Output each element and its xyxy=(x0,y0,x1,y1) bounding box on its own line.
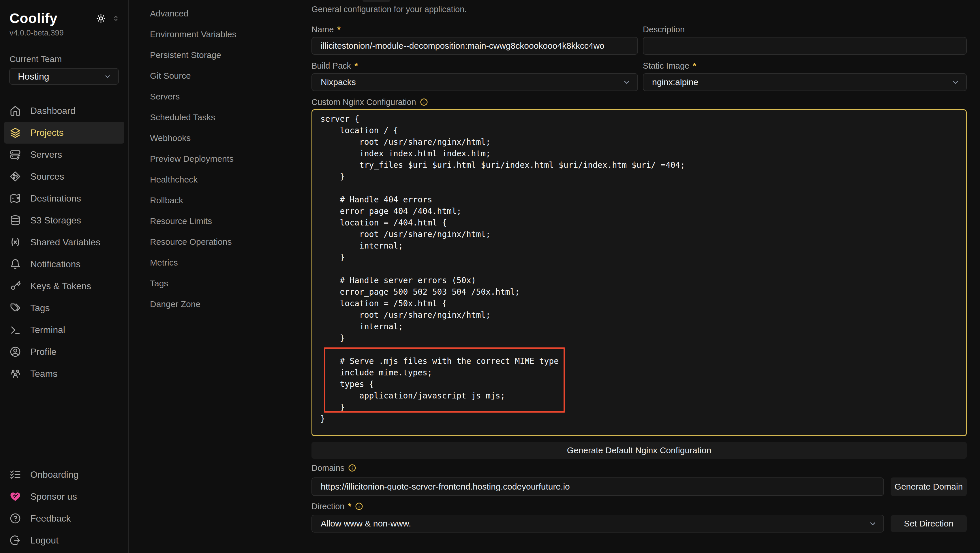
brand-row: Coolify xyxy=(4,0,124,26)
app-title: Coolify xyxy=(10,10,57,26)
key-icon xyxy=(10,280,21,292)
submenu-item[interactable]: Preview Deployments xyxy=(150,148,312,169)
sidebar-footer-nav: Onboarding Sponsor us Feedback Logout xyxy=(4,464,124,551)
sidebar-item-shared-variables[interactable]: Shared Variables xyxy=(4,231,124,253)
chevron-down-icon xyxy=(622,77,632,87)
domains-label: Domains xyxy=(312,463,967,473)
submenu-item[interactable]: Git Source xyxy=(150,65,312,86)
code-line: root /usr/share/nginx/html; xyxy=(320,137,960,148)
generate-domain-button[interactable]: Generate Domain xyxy=(891,477,967,496)
sidebar-item-destinations[interactable]: Destinations xyxy=(4,188,124,209)
sidebar-item-sponsor-us[interactable]: Sponsor us xyxy=(4,486,124,507)
heart-hands-icon xyxy=(10,491,21,502)
submenu-item[interactable]: Resource Limits xyxy=(150,211,312,232)
submenu-item[interactable]: Tags xyxy=(150,273,312,294)
app-version: v4.0.0-beta.399 xyxy=(10,29,124,38)
code-line: location / { xyxy=(320,125,960,137)
help-circle-icon xyxy=(10,513,21,524)
required-asterisk: * xyxy=(355,61,358,71)
sidebar-item-feedback[interactable]: Feedback xyxy=(4,507,124,529)
description-input[interactable] xyxy=(643,37,967,55)
team-select[interactable]: Hosting xyxy=(9,68,119,85)
sidebar-item-onboarding[interactable]: Onboarding xyxy=(4,464,124,486)
code-line: } xyxy=(320,402,960,413)
generate-default-nginx-button[interactable]: Generate Default Nginx Configuration xyxy=(312,442,967,459)
sidebar-item-keys-tokens[interactable]: Keys & Tokens xyxy=(4,275,124,297)
build-pack-label: Build Pack* xyxy=(312,60,638,71)
theme-toggle-sun-icon[interactable] xyxy=(96,14,106,23)
chevron-down-icon xyxy=(868,519,878,529)
bell-icon xyxy=(10,258,21,270)
submenu-item[interactable]: Resource Operations xyxy=(150,232,312,252)
code-line xyxy=(320,183,960,194)
server-icon xyxy=(10,149,21,160)
sidebar-item-teams[interactable]: Teams xyxy=(4,363,124,385)
sidebar-item-tags[interactable]: Tags xyxy=(4,297,124,319)
direction-row: Allow www & non-www. Set Direction xyxy=(312,515,967,532)
nginx-config-textarea[interactable]: server { location / { root /usr/share/ng… xyxy=(312,109,967,436)
general-settings-panel: General configuration for your applicati… xyxy=(312,0,980,553)
required-asterisk: * xyxy=(337,24,340,34)
primary-sidebar: Coolify v4.0.0-beta.399 Current Team Hos… xyxy=(0,0,129,553)
info-icon[interactable] xyxy=(420,98,428,106)
code-line: error_page 500 502 503 504 /50x.html; xyxy=(320,286,960,298)
tags-icon xyxy=(10,302,21,314)
submenu-item[interactable]: Scheduled Tasks xyxy=(150,107,312,128)
sidebar-item-dashboard[interactable]: Dashboard xyxy=(4,100,124,122)
description-field: Description xyxy=(643,24,967,55)
static-image-field: Static Image* nginx:alpine xyxy=(643,60,967,91)
name-input[interactable] xyxy=(312,37,638,55)
version-selector-icon[interactable] xyxy=(112,15,120,22)
name-label: Name* xyxy=(312,24,638,35)
code-line: error_page 404 /404.html; xyxy=(320,206,960,217)
sidebar-item-s3-storages[interactable]: S3 Storages xyxy=(4,209,124,231)
submenu-item[interactable]: Webhooks xyxy=(150,128,312,148)
code-line: } xyxy=(320,332,960,344)
code-line: # Handle server errors (50x) xyxy=(320,275,960,286)
code-line: types { xyxy=(320,378,960,390)
submenu-item[interactable]: Danger Zone xyxy=(150,294,312,315)
sidebar-item-notifications[interactable]: Notifications xyxy=(4,253,124,275)
sidebar-item-sources[interactable]: Sources xyxy=(4,165,124,188)
sidebar-item-servers[interactable]: Servers xyxy=(4,144,124,165)
submenu-item[interactable]: Healthcheck xyxy=(150,169,312,190)
build-pack-field: Build Pack* Nixpacks xyxy=(312,60,638,91)
code-line: root /usr/share/nginx/html; xyxy=(320,309,960,321)
submenu-item[interactable]: Advanced xyxy=(150,3,312,24)
code-line: internal; xyxy=(320,240,960,252)
code-line: server { xyxy=(320,113,960,125)
description-label: Description xyxy=(643,24,967,35)
brand-icons xyxy=(96,14,120,23)
domains-row: Generate Domain xyxy=(312,477,967,496)
code-line: } xyxy=(320,413,960,425)
set-direction-button[interactable]: Set Direction xyxy=(891,515,967,532)
database-icon xyxy=(10,215,21,226)
code-line: index index.html index.htm; xyxy=(320,148,960,159)
code-line: location = /50x.html { xyxy=(320,298,960,309)
chevron-down-icon xyxy=(951,77,960,87)
submenu-item[interactable]: Servers xyxy=(150,86,312,107)
submenu-item[interactable]: Rollback xyxy=(150,190,312,211)
submenu-item[interactable]: Environment Variables xyxy=(150,24,312,45)
sidebar-item-projects[interactable]: Projects xyxy=(4,122,124,144)
submenu-item[interactable]: Persistent Storage xyxy=(150,45,312,65)
build-pack-select[interactable]: Nixpacks xyxy=(312,73,638,91)
app-root: Coolify v4.0.0-beta.399 Current Team Hos… xyxy=(0,0,980,553)
sidebar-item-terminal[interactable]: Terminal xyxy=(4,319,124,341)
domains-input[interactable] xyxy=(312,477,884,496)
static-image-select[interactable]: nginx:alpine xyxy=(643,73,967,91)
code-line: # Handle 404 errors xyxy=(320,194,960,206)
submenu-item[interactable]: Metrics xyxy=(150,252,312,273)
code-line: root /usr/share/nginx/html; xyxy=(320,229,960,240)
nginx-config-label: Custom Nginx Configuration xyxy=(312,97,967,107)
clipped-tab-artifact xyxy=(363,0,390,2)
direction-select[interactable]: Allow www & non-www. xyxy=(312,515,884,532)
users-icon xyxy=(10,368,21,380)
info-icon[interactable] xyxy=(348,464,356,472)
info-icon[interactable] xyxy=(355,502,363,511)
sidebar-item-profile[interactable]: Profile xyxy=(4,341,124,363)
code-line: include mime.types; xyxy=(320,367,960,378)
sidebar-item-logout[interactable]: Logout xyxy=(4,529,124,551)
current-team-label: Current Team xyxy=(10,54,124,64)
name-field: Name* xyxy=(312,24,638,55)
